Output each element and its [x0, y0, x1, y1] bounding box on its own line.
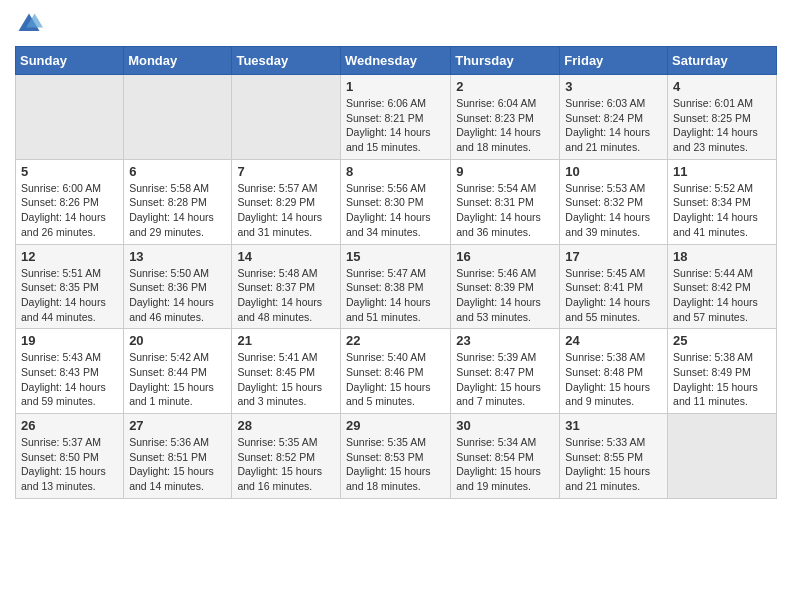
calendar-cell: 29Sunrise: 5:35 AM Sunset: 8:53 PM Dayli…: [340, 414, 450, 499]
calendar-cell: 6Sunrise: 5:58 AM Sunset: 8:28 PM Daylig…: [124, 159, 232, 244]
day-number: 12: [21, 249, 118, 264]
calendar-cell: 17Sunrise: 5:45 AM Sunset: 8:41 PM Dayli…: [560, 244, 668, 329]
day-number: 14: [237, 249, 335, 264]
day-info: Sunrise: 5:44 AM Sunset: 8:42 PM Dayligh…: [673, 266, 771, 325]
day-info: Sunrise: 6:03 AM Sunset: 8:24 PM Dayligh…: [565, 96, 662, 155]
calendar-cell: 28Sunrise: 5:35 AM Sunset: 8:52 PM Dayli…: [232, 414, 341, 499]
day-number: 28: [237, 418, 335, 433]
day-number: 26: [21, 418, 118, 433]
day-number: 19: [21, 333, 118, 348]
calendar-cell: 24Sunrise: 5:38 AM Sunset: 8:48 PM Dayli…: [560, 329, 668, 414]
calendar-cell: 27Sunrise: 5:36 AM Sunset: 8:51 PM Dayli…: [124, 414, 232, 499]
calendar-cell: 18Sunrise: 5:44 AM Sunset: 8:42 PM Dayli…: [668, 244, 777, 329]
day-number: 11: [673, 164, 771, 179]
day-info: Sunrise: 5:37 AM Sunset: 8:50 PM Dayligh…: [21, 435, 118, 494]
day-info: Sunrise: 6:04 AM Sunset: 8:23 PM Dayligh…: [456, 96, 554, 155]
calendar-cell: 22Sunrise: 5:40 AM Sunset: 8:46 PM Dayli…: [340, 329, 450, 414]
day-info: Sunrise: 5:38 AM Sunset: 8:48 PM Dayligh…: [565, 350, 662, 409]
day-number: 4: [673, 79, 771, 94]
calendar-cell: 12Sunrise: 5:51 AM Sunset: 8:35 PM Dayli…: [16, 244, 124, 329]
day-info: Sunrise: 5:33 AM Sunset: 8:55 PM Dayligh…: [565, 435, 662, 494]
day-number: 6: [129, 164, 226, 179]
calendar-table: SundayMondayTuesdayWednesdayThursdayFrid…: [15, 46, 777, 499]
day-info: Sunrise: 5:40 AM Sunset: 8:46 PM Dayligh…: [346, 350, 445, 409]
day-of-week-header: Friday: [560, 47, 668, 75]
day-number: 7: [237, 164, 335, 179]
calendar-cell: 7Sunrise: 5:57 AM Sunset: 8:29 PM Daylig…: [232, 159, 341, 244]
day-of-week-header: Thursday: [451, 47, 560, 75]
calendar-cell: 4Sunrise: 6:01 AM Sunset: 8:25 PM Daylig…: [668, 75, 777, 160]
day-info: Sunrise: 5:53 AM Sunset: 8:32 PM Dayligh…: [565, 181, 662, 240]
day-number: 25: [673, 333, 771, 348]
logo: [15, 10, 47, 38]
day-info: Sunrise: 6:01 AM Sunset: 8:25 PM Dayligh…: [673, 96, 771, 155]
calendar-cell: 26Sunrise: 5:37 AM Sunset: 8:50 PM Dayli…: [16, 414, 124, 499]
day-number: 1: [346, 79, 445, 94]
day-number: 31: [565, 418, 662, 433]
calendar-week-row: 5Sunrise: 6:00 AM Sunset: 8:26 PM Daylig…: [16, 159, 777, 244]
day-info: Sunrise: 5:43 AM Sunset: 8:43 PM Dayligh…: [21, 350, 118, 409]
calendar-cell: 2Sunrise: 6:04 AM Sunset: 8:23 PM Daylig…: [451, 75, 560, 160]
calendar-cell: 25Sunrise: 5:38 AM Sunset: 8:49 PM Dayli…: [668, 329, 777, 414]
day-info: Sunrise: 5:47 AM Sunset: 8:38 PM Dayligh…: [346, 266, 445, 325]
day-of-week-header: Sunday: [16, 47, 124, 75]
day-info: Sunrise: 5:39 AM Sunset: 8:47 PM Dayligh…: [456, 350, 554, 409]
day-number: 23: [456, 333, 554, 348]
day-number: 3: [565, 79, 662, 94]
day-info: Sunrise: 6:06 AM Sunset: 8:21 PM Dayligh…: [346, 96, 445, 155]
day-info: Sunrise: 5:36 AM Sunset: 8:51 PM Dayligh…: [129, 435, 226, 494]
day-number: 24: [565, 333, 662, 348]
calendar-week-row: 19Sunrise: 5:43 AM Sunset: 8:43 PM Dayli…: [16, 329, 777, 414]
calendar-cell: 15Sunrise: 5:47 AM Sunset: 8:38 PM Dayli…: [340, 244, 450, 329]
day-number: 30: [456, 418, 554, 433]
day-info: Sunrise: 6:00 AM Sunset: 8:26 PM Dayligh…: [21, 181, 118, 240]
calendar-cell: [124, 75, 232, 160]
day-number: 8: [346, 164, 445, 179]
day-number: 16: [456, 249, 554, 264]
calendar-cell: 3Sunrise: 6:03 AM Sunset: 8:24 PM Daylig…: [560, 75, 668, 160]
day-info: Sunrise: 5:41 AM Sunset: 8:45 PM Dayligh…: [237, 350, 335, 409]
calendar-header-row: SundayMondayTuesdayWednesdayThursdayFrid…: [16, 47, 777, 75]
day-info: Sunrise: 5:52 AM Sunset: 8:34 PM Dayligh…: [673, 181, 771, 240]
day-number: 18: [673, 249, 771, 264]
calendar-week-row: 1Sunrise: 6:06 AM Sunset: 8:21 PM Daylig…: [16, 75, 777, 160]
day-number: 9: [456, 164, 554, 179]
calendar-cell: [232, 75, 341, 160]
day-info: Sunrise: 5:54 AM Sunset: 8:31 PM Dayligh…: [456, 181, 554, 240]
day-number: 15: [346, 249, 445, 264]
day-of-week-header: Wednesday: [340, 47, 450, 75]
calendar-cell: 10Sunrise: 5:53 AM Sunset: 8:32 PM Dayli…: [560, 159, 668, 244]
page-header: [15, 10, 777, 38]
day-number: 17: [565, 249, 662, 264]
day-info: Sunrise: 5:56 AM Sunset: 8:30 PM Dayligh…: [346, 181, 445, 240]
logo-icon: [15, 10, 43, 38]
calendar-cell: 11Sunrise: 5:52 AM Sunset: 8:34 PM Dayli…: [668, 159, 777, 244]
calendar-cell: 21Sunrise: 5:41 AM Sunset: 8:45 PM Dayli…: [232, 329, 341, 414]
day-number: 2: [456, 79, 554, 94]
calendar-cell: 5Sunrise: 6:00 AM Sunset: 8:26 PM Daylig…: [16, 159, 124, 244]
day-info: Sunrise: 5:35 AM Sunset: 8:53 PM Dayligh…: [346, 435, 445, 494]
day-number: 22: [346, 333, 445, 348]
calendar-cell: 30Sunrise: 5:34 AM Sunset: 8:54 PM Dayli…: [451, 414, 560, 499]
calendar-cell: [668, 414, 777, 499]
day-info: Sunrise: 5:50 AM Sunset: 8:36 PM Dayligh…: [129, 266, 226, 325]
day-number: 5: [21, 164, 118, 179]
calendar-cell: 13Sunrise: 5:50 AM Sunset: 8:36 PM Dayli…: [124, 244, 232, 329]
day-number: 29: [346, 418, 445, 433]
calendar-cell: 20Sunrise: 5:42 AM Sunset: 8:44 PM Dayli…: [124, 329, 232, 414]
day-info: Sunrise: 5:45 AM Sunset: 8:41 PM Dayligh…: [565, 266, 662, 325]
day-number: 21: [237, 333, 335, 348]
calendar-cell: 16Sunrise: 5:46 AM Sunset: 8:39 PM Dayli…: [451, 244, 560, 329]
day-of-week-header: Saturday: [668, 47, 777, 75]
day-info: Sunrise: 5:34 AM Sunset: 8:54 PM Dayligh…: [456, 435, 554, 494]
calendar-week-row: 26Sunrise: 5:37 AM Sunset: 8:50 PM Dayli…: [16, 414, 777, 499]
day-info: Sunrise: 5:58 AM Sunset: 8:28 PM Dayligh…: [129, 181, 226, 240]
calendar-week-row: 12Sunrise: 5:51 AM Sunset: 8:35 PM Dayli…: [16, 244, 777, 329]
calendar-cell: 9Sunrise: 5:54 AM Sunset: 8:31 PM Daylig…: [451, 159, 560, 244]
calendar-cell: 8Sunrise: 5:56 AM Sunset: 8:30 PM Daylig…: [340, 159, 450, 244]
day-info: Sunrise: 5:57 AM Sunset: 8:29 PM Dayligh…: [237, 181, 335, 240]
calendar-cell: 14Sunrise: 5:48 AM Sunset: 8:37 PM Dayli…: [232, 244, 341, 329]
day-info: Sunrise: 5:46 AM Sunset: 8:39 PM Dayligh…: [456, 266, 554, 325]
day-info: Sunrise: 5:35 AM Sunset: 8:52 PM Dayligh…: [237, 435, 335, 494]
day-of-week-header: Tuesday: [232, 47, 341, 75]
